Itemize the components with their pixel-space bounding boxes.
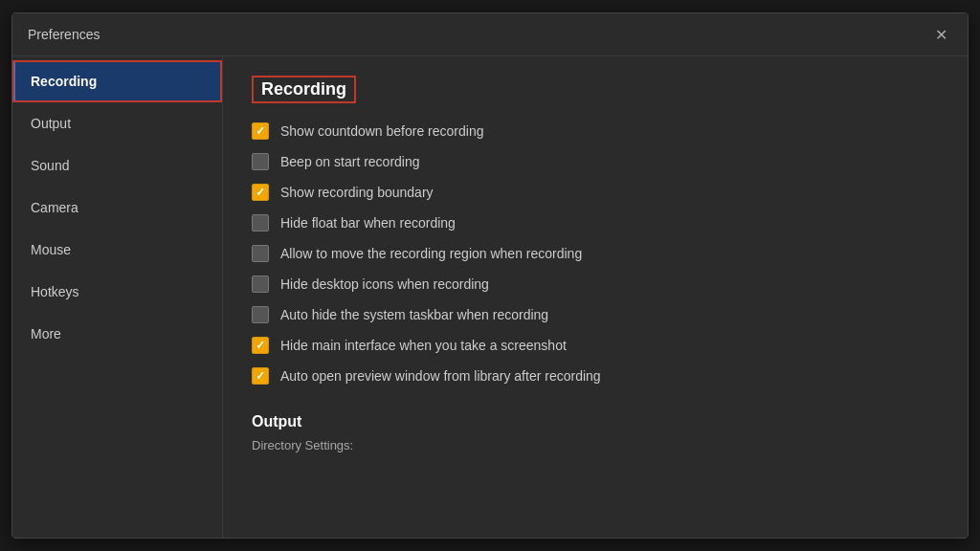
option-label-desktop_icons: Hide desktop icons when recording <box>280 276 489 292</box>
checkbox-desktop_icons[interactable] <box>252 276 269 293</box>
checkbox-countdown[interactable] <box>252 122 269 140</box>
dialog-title: Preferences <box>28 27 100 42</box>
sidebar-item-output[interactable]: Output <box>12 102 222 144</box>
option-label-auto_preview: Auto open preview window from library af… <box>280 368 601 384</box>
checkbox-floatbar[interactable] <box>252 214 269 231</box>
option-label-countdown: Show countdown before recording <box>280 123 483 139</box>
checkbox-auto_preview[interactable] <box>252 367 269 385</box>
options-list: Show countdown before recordingBeep on s… <box>252 122 939 385</box>
checkbox-hide_main[interactable] <box>252 337 269 354</box>
option-row-move_region: Allow to move the recording region when … <box>252 245 939 262</box>
option-label-boundary: Show recording boundary <box>280 185 434 200</box>
option-row-floatbar: Hide float bar when recording <box>252 214 939 231</box>
option-row-auto_preview: Auto open preview window from library af… <box>252 367 939 385</box>
option-row-taskbar: Auto hide the system taskbar when record… <box>252 306 939 323</box>
checkbox-move_region[interactable] <box>252 245 269 262</box>
content-area: Recording Show countdown before recordin… <box>223 56 968 538</box>
option-row-countdown: Show countdown before recording <box>252 122 939 140</box>
option-row-beep: Beep on start recording <box>252 153 939 170</box>
checkbox-boundary[interactable] <box>252 184 269 201</box>
checkbox-beep[interactable] <box>252 153 269 170</box>
output-section-title: Output <box>252 413 939 430</box>
output-subsection-sub: Directory Settings: <box>252 438 939 452</box>
option-label-floatbar: Hide float bar when recording <box>280 215 456 231</box>
option-row-hide_main: Hide main interface when you take a scre… <box>252 337 939 354</box>
sidebar-item-mouse[interactable]: Mouse <box>12 229 222 271</box>
sidebar-item-recording[interactable]: Recording <box>12 60 222 102</box>
preferences-dialog: Preferences ✕ RecordingOutputSoundCamera… <box>11 12 969 539</box>
sidebar-item-hotkeys[interactable]: Hotkeys <box>12 271 222 313</box>
option-label-beep: Beep on start recording <box>280 154 420 169</box>
sidebar-item-camera[interactable]: Camera <box>12 187 222 229</box>
checkbox-taskbar[interactable] <box>252 306 269 323</box>
option-label-hide_main: Hide main interface when you take a scre… <box>280 338 567 353</box>
dialog-body: RecordingOutputSoundCameraMouseHotkeysMo… <box>12 56 968 538</box>
sidebar: RecordingOutputSoundCameraMouseHotkeysMo… <box>12 56 223 538</box>
close-button[interactable]: ✕ <box>929 23 952 46</box>
option-label-taskbar: Auto hide the system taskbar when record… <box>280 307 548 322</box>
option-label-move_region: Allow to move the recording region when … <box>280 246 582 261</box>
section-title: Recording <box>252 76 356 103</box>
sidebar-item-sound[interactable]: Sound <box>12 144 222 187</box>
option-row-desktop_icons: Hide desktop icons when recording <box>252 276 939 293</box>
sidebar-item-more[interactable]: More <box>12 313 222 355</box>
title-bar: Preferences ✕ <box>12 13 968 56</box>
option-row-boundary: Show recording boundary <box>252 184 939 201</box>
